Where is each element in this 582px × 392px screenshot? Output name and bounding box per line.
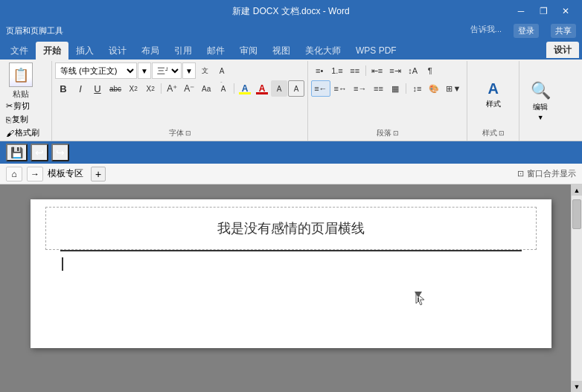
column-button[interactable]: ▦ xyxy=(387,80,403,97)
tab-review[interactable]: 审阅 xyxy=(232,42,265,60)
cut-button[interactable]: ✂ 剪切 xyxy=(4,100,31,112)
font-size-dec-button[interactable]: A⁻ xyxy=(181,80,197,97)
para-row1: ≡• 1.≡ ≡≡ ⇤≡ ≡⇥ ↕A ¶ xyxy=(311,62,438,79)
tab-references[interactable]: 引用 xyxy=(167,42,199,60)
bullets-button[interactable]: ≡• xyxy=(311,62,327,79)
close-button[interactable]: ✕ xyxy=(555,4,576,19)
divider3 xyxy=(365,65,366,76)
shading-button[interactable]: 🎨 xyxy=(426,80,442,97)
phonetic-button[interactable]: A ˉ xyxy=(215,80,231,97)
format-paint-icon: 🖌 xyxy=(6,129,14,138)
editing-button[interactable]: 🔍 编辑 ▼ xyxy=(522,81,558,121)
file-bar: ⌂ → 模板专区 + ⊡ 窗口合并显示 xyxy=(0,164,582,184)
tab-insert[interactable]: 插入 xyxy=(68,42,101,60)
font-row2: B I U abc X2 X2 A⁺ A⁻ Aa A ˉ A A xyxy=(55,80,304,97)
file-bar-add-button[interactable]: + xyxy=(91,167,106,181)
file-bar-back-button[interactable]: ⌂ xyxy=(6,167,22,181)
paste-right: ✂ 剪切 ⎘ 复制 🖌 格式刷 xyxy=(3,100,48,139)
increase-indent-button[interactable]: ≡⇥ xyxy=(386,62,403,79)
file-bar-path: 模板专区 xyxy=(48,167,83,180)
align-right-button[interactable]: ≡→ xyxy=(351,80,369,97)
tab-file[interactable]: 文件 xyxy=(3,42,36,60)
header-selection-box xyxy=(45,207,537,250)
share-button[interactable]: 共享 xyxy=(551,24,576,38)
login-button[interactable]: 登录 xyxy=(514,24,539,38)
superscript-button[interactable]: X2 xyxy=(142,80,159,97)
tab-home[interactable]: 开始 xyxy=(36,42,68,60)
font-size-expand[interactable]: ▼ xyxy=(182,62,196,79)
numbering-button[interactable]: 1.≡ xyxy=(328,62,346,79)
tab-mail[interactable]: 邮件 xyxy=(199,42,232,60)
format-paint-button[interactable]: 🖌 格式刷 xyxy=(4,126,41,139)
paragraph-expand-icon[interactable]: ⊡ xyxy=(393,129,399,137)
context-bar: 页眉和页脚工具 告诉我... 登录 共享 xyxy=(0,22,582,39)
font-color-button[interactable]: A xyxy=(254,80,270,97)
ribbon-toolbar: 📋 粘贴 ✂ 剪切 ⎘ 复制 🖌 格式刷 剪贴板 xyxy=(0,60,582,141)
borders-button[interactable]: ⊞▼ xyxy=(443,80,464,97)
forward-icon: → xyxy=(31,169,39,179)
styles-button[interactable]: A 样式 xyxy=(474,74,513,115)
align-left-button[interactable]: ≡← xyxy=(311,80,330,97)
window-merge-label: 窗口合并显示 xyxy=(527,168,576,179)
strikethrough-button[interactable]: abc xyxy=(106,80,124,97)
font-name-expand[interactable]: ▼ xyxy=(138,62,151,79)
window-title: 新建 DOCX 文档.docx - Word xyxy=(149,5,434,18)
ribbon-tabs: 文件 开始 插入 设计 布局 引用 邮件 审阅 视图 美化大师 WPS PDF … xyxy=(0,39,582,60)
tab-view[interactable]: 视图 xyxy=(265,42,298,60)
document-header[interactable]: 我是没有感情的页眉横线 xyxy=(60,207,522,251)
scroll-up-button[interactable]: ▲ xyxy=(572,184,582,196)
text-cursor xyxy=(62,257,63,271)
tab-layout[interactable]: 布局 xyxy=(134,42,167,60)
change-case-button[interactable]: Aa xyxy=(198,80,214,97)
quick-access-toolbar: 💾 ↩ ↪ xyxy=(0,141,582,164)
clear-format-button[interactable]: A xyxy=(214,62,230,79)
copy-button[interactable]: ⎘ 复制 xyxy=(4,113,30,126)
underline-button[interactable]: U xyxy=(89,80,106,97)
tab-beautify[interactable]: 美化大师 xyxy=(298,42,348,60)
char-shading-button[interactable]: A xyxy=(271,80,287,97)
subscript-button[interactable]: X2 xyxy=(125,80,141,97)
tab-design-context[interactable]: 设计 xyxy=(546,42,579,58)
context-bar-title: 页眉和页脚工具 xyxy=(6,25,63,36)
redo-qa-button[interactable]: ↪ xyxy=(51,144,69,161)
save-qa-button[interactable]: 💾 xyxy=(6,144,28,161)
app-window: 新建 DOCX 文档.docx - Word ─ ❐ ✕ 页眉和页脚工具 告诉我… xyxy=(0,0,582,392)
file-bar-right: ⊡ 窗口合并显示 xyxy=(517,168,576,179)
bold-button[interactable]: B xyxy=(55,80,71,97)
font-expand-icon[interactable]: ⊡ xyxy=(185,129,191,137)
document-body[interactable] xyxy=(31,251,551,341)
paste-button[interactable]: 📋 粘贴 xyxy=(4,62,37,100)
file-bar-forward-button[interactable]: → xyxy=(27,167,43,181)
tab-design[interactable]: 设计 xyxy=(101,42,134,60)
show-marks-button[interactable]: ¶ xyxy=(422,62,438,79)
para-row2: ≡← ≡↔ ≡→ ≡≡ ▦ ↕≡ 🎨 ⊞▼ xyxy=(311,80,464,97)
highlight-button[interactable]: A xyxy=(237,80,253,97)
justify-button[interactable]: ≡≡ xyxy=(370,80,386,97)
edit-section: 🔍 编辑 ▼ xyxy=(519,61,561,141)
char-border-button[interactable]: A xyxy=(288,80,304,97)
restore-button[interactable]: ❐ xyxy=(533,4,554,19)
decrease-indent-button[interactable]: ⇤≡ xyxy=(368,62,386,79)
font-section: 等线 (中文正文) ▼ 三号 ▼ 文 A B I U abc X2 X2 xyxy=(52,61,308,141)
font-size-select[interactable]: 三号 xyxy=(152,62,182,79)
minimize-button[interactable]: ─ xyxy=(511,4,531,19)
font-size-inc-button[interactable]: A⁺ xyxy=(164,80,180,97)
tab-wps-pdf[interactable]: WPS PDF xyxy=(348,42,404,60)
sort-button[interactable]: ↕A xyxy=(405,62,421,79)
back-icon: ⌂ xyxy=(11,169,16,179)
scroll-down-button[interactable]: ▼ xyxy=(572,381,582,392)
paste-icon: 📋 xyxy=(9,62,33,87)
clipboard-section: 📋 粘贴 ✂ 剪切 ⎘ 复制 🖌 格式刷 剪贴板 xyxy=(0,61,52,141)
italic-button[interactable]: I xyxy=(72,80,89,97)
wps-font-button[interactable]: 文 xyxy=(196,62,213,79)
align-center-button[interactable]: ≡↔ xyxy=(331,80,350,97)
multilevel-list-button[interactable]: ≡≡ xyxy=(347,62,363,79)
font-name-select[interactable]: 等线 (中文正文) xyxy=(55,62,137,79)
undo-qa-button[interactable]: ↩ xyxy=(31,144,48,161)
copy-icon: ⎘ xyxy=(6,115,11,124)
paragraph-section: ≡• 1.≡ ≡≡ ⇤≡ ≡⇥ ↕A ¶ ≡← ≡↔ ≡→ ≡≡ ▦ ↕≡ xyxy=(308,61,467,141)
styles-expand-icon[interactable]: ⊡ xyxy=(499,129,505,137)
scroll-thumb[interactable] xyxy=(572,199,581,229)
line-spacing-button[interactable]: ↕≡ xyxy=(409,80,425,97)
styles-icon: A xyxy=(488,80,499,97)
